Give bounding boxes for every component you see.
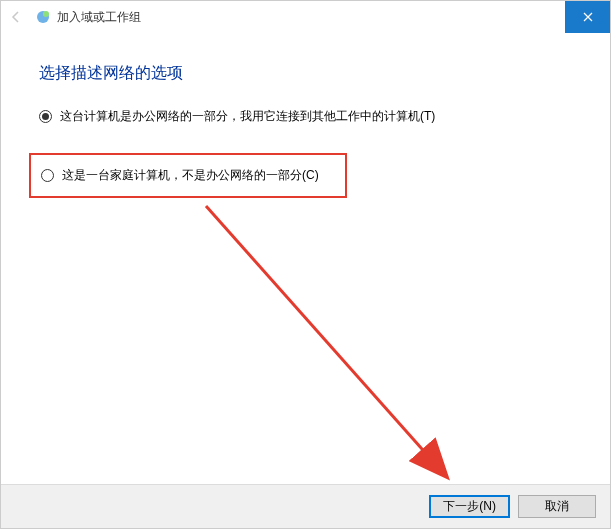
radio-icon [41,169,54,182]
wizard-icon [35,9,51,25]
back-arrow-icon [8,9,24,25]
next-button[interactable]: 下一步(N) [429,495,510,518]
title-bar: 加入域或工作组 [1,1,610,33]
cancel-button[interactable]: 取消 [518,495,596,518]
option-label: 这台计算机是办公网络的一部分，我用它连接到其他工作中的计算机(T) [60,108,435,125]
option-office-network[interactable]: 这台计算机是办公网络的一部分，我用它连接到其他工作中的计算机(T) [39,108,572,125]
option-label: 这是一台家庭计算机，不是办公网络的一部分(C) [62,167,319,184]
window-title: 加入域或工作组 [57,9,141,26]
svg-line-2 [206,206,446,476]
close-button[interactable] [565,1,610,33]
content-area: 选择描述网络的选项 这台计算机是办公网络的一部分，我用它连接到其他工作中的计算机… [1,33,610,198]
button-label: 取消 [545,498,569,515]
close-icon [583,12,593,22]
page-heading: 选择描述网络的选项 [39,63,572,84]
back-button[interactable] [1,1,31,33]
footer-bar: 下一步(N) 取消 [1,484,610,528]
highlight-annotation: 这是一台家庭计算机，不是办公网络的一部分(C) [29,153,347,198]
svg-point-1 [43,11,49,17]
button-label: 下一步(N) [443,498,496,515]
option-home-computer[interactable]: 这是一台家庭计算机，不是办公网络的一部分(C) [35,167,337,184]
radio-icon [39,110,52,123]
